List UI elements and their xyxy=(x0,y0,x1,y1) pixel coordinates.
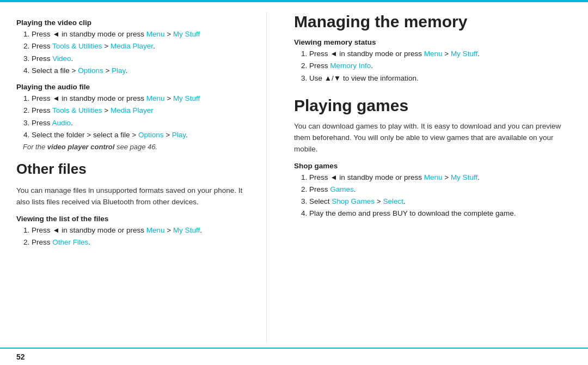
section-playing-video-clip: Playing the video clip Press ◄ in standb… xyxy=(16,19,255,76)
media-player-link: Media Player xyxy=(111,42,153,50)
mystuff-link: My Stuff xyxy=(451,173,477,181)
video-link: Video xyxy=(52,54,71,63)
viewing-list-files-steps: Press ◄ in standby mode or press Menu > … xyxy=(16,225,255,248)
shop-games-link: Shop Games xyxy=(332,197,375,205)
list-item: Play the demo and press BUY to download … xyxy=(309,208,572,219)
page-number: 52 xyxy=(16,352,25,361)
mystuff-link: My Stuff xyxy=(173,94,200,102)
list-item: Press Tools & Utilities > Media Player. xyxy=(32,41,255,52)
section-viewing-memory-status: Viewing memory status Press ◄ in standby… xyxy=(294,38,572,84)
list-item: Press Other Files. xyxy=(32,237,255,248)
menu-link: Menu xyxy=(146,226,165,234)
tools-utilities-link: Tools & Utilities xyxy=(52,42,102,50)
menu-link: Menu xyxy=(146,94,165,102)
play-link: Play xyxy=(112,66,125,75)
viewing-list-files-title: Viewing the list of the files xyxy=(16,215,255,223)
other-files-link: Other Files xyxy=(52,238,88,246)
list-item: Press ◄ in standby mode or press Menu > … xyxy=(309,48,572,59)
playing-video-clip-title: Playing the video clip xyxy=(16,19,255,27)
mystuff-link: My Stuff xyxy=(451,50,477,58)
select-link: Select xyxy=(383,197,403,205)
managing-memory-section: Managing the memory Viewing memory statu… xyxy=(294,12,572,84)
list-item: Select a file > Options > Play. xyxy=(32,65,255,76)
left-column: Playing the video clip Press ◄ in standb… xyxy=(16,12,267,342)
options-link: Options xyxy=(78,66,103,75)
mystuff-link: My Stuff xyxy=(173,30,200,38)
list-item: Press ◄ in standby mode or press Menu > … xyxy=(309,172,572,183)
list-item: Press Tools & Utilities > Media Player xyxy=(32,105,255,116)
content-area: Playing the video clip Press ◄ in standb… xyxy=(0,2,588,348)
section-viewing-list-files: Viewing the list of the files Press ◄ in… xyxy=(16,215,255,248)
list-item: Press ◄ in standby mode or press Menu > … xyxy=(32,93,255,104)
list-item: Press Video. xyxy=(32,53,255,64)
section-shop-games: Shop games Press ◄ in standby mode or pr… xyxy=(294,162,572,220)
list-item: Select the folder > select a file > Opti… xyxy=(32,130,255,141)
list-item: Press ◄ in standby mode or press Menu > … xyxy=(32,29,255,40)
playing-games-section: Playing games You can download games to … xyxy=(294,96,572,220)
list-item: Press Memory Info. xyxy=(309,60,572,71)
menu-link: Menu xyxy=(424,173,443,181)
shop-games-steps: Press ◄ in standby mode or press Menu > … xyxy=(294,172,572,220)
right-column: Managing the memory Viewing memory statu… xyxy=(289,12,572,342)
playing-audio-file-steps: Press ◄ in standby mode or press Menu > … xyxy=(16,93,255,141)
bottom-bar: 52 xyxy=(0,348,588,365)
mystuff-link: My Stuff xyxy=(173,226,200,234)
playing-audio-file-title: Playing the audio file xyxy=(16,83,255,91)
playing-games-description: You can download games to play with. It … xyxy=(294,121,572,155)
list-item: Press Audio. xyxy=(32,118,255,129)
shop-games-title: Shop games xyxy=(294,162,572,170)
section-playing-audio-file: Playing the audio file Press ◄ in standb… xyxy=(16,83,255,151)
list-item: Use ▲/▼ to view the information. xyxy=(309,73,572,84)
menu-link: Menu xyxy=(424,50,443,58)
list-item: Select Shop Games > Select. xyxy=(309,196,572,207)
page-container: Playing the video clip Press ◄ in standb… xyxy=(0,0,588,365)
viewing-memory-status-title: Viewing memory status xyxy=(294,38,572,46)
games-link: Games xyxy=(330,185,354,193)
tools-utilities-link: Tools & Utilities xyxy=(52,106,102,114)
other-files-section: Other files You can manage files in unsu… xyxy=(16,161,255,248)
audio-link: Audio xyxy=(52,119,71,127)
list-item: Press Games. xyxy=(309,184,572,195)
list-item: Press ◄ in standby mode or press Menu > … xyxy=(32,225,255,236)
video-player-note: For the video player control see page 46… xyxy=(16,143,255,151)
other-files-title: Other files xyxy=(16,161,255,178)
options-link: Options xyxy=(138,131,164,139)
menu-link: Menu xyxy=(146,30,165,38)
memory-info-link: Memory Info xyxy=(330,62,371,70)
playing-video-clip-steps: Press ◄ in standby mode or press Menu > … xyxy=(16,29,255,76)
media-player-link: Media Player xyxy=(111,106,154,114)
play-link: Play xyxy=(172,131,186,139)
playing-games-title: Playing games xyxy=(294,96,572,115)
managing-memory-title: Managing the memory xyxy=(294,12,572,32)
other-files-description: You can manage files in unsupported form… xyxy=(16,185,255,208)
viewing-memory-status-steps: Press ◄ in standby mode or press Menu > … xyxy=(294,48,572,84)
